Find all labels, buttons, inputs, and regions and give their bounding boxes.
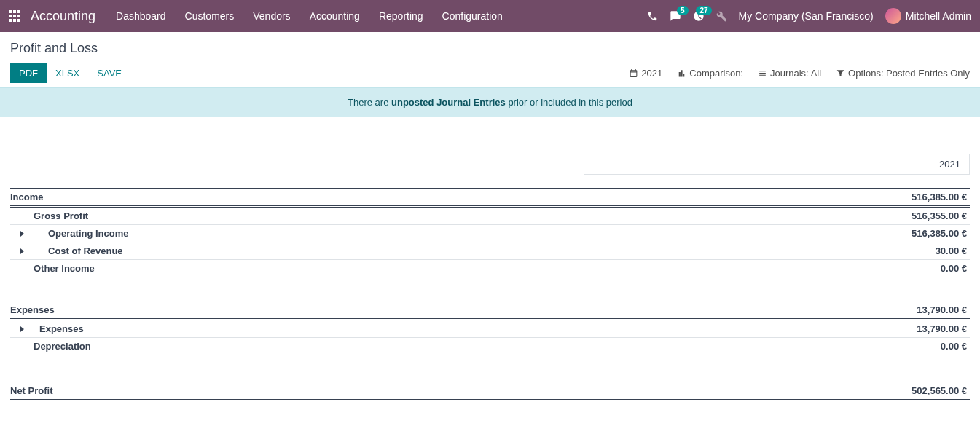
filter-year[interactable]: 2021 bbox=[629, 68, 662, 79]
filter-comparison[interactable]: Comparison: bbox=[677, 68, 743, 79]
user-menu[interactable]: Mitchell Admin bbox=[885, 8, 971, 24]
depreciation-row[interactable]: Depreciation 0.00 € bbox=[10, 338, 970, 355]
page-title: Profit and Loss bbox=[10, 41, 970, 56]
user-name: Mitchell Admin bbox=[906, 10, 971, 22]
expenses-child-row[interactable]: Expenses 13,790.00 € bbox=[10, 320, 970, 338]
messages-icon[interactable]: 5 bbox=[670, 10, 681, 22]
tools-icon[interactable] bbox=[716, 11, 727, 22]
filter-options[interactable]: Options: Posted Entries Only bbox=[836, 68, 970, 79]
apps-icon[interactable] bbox=[9, 10, 20, 22]
app-title[interactable]: Accounting bbox=[31, 9, 95, 24]
filter-journals[interactable]: Journals: All bbox=[758, 68, 821, 79]
menu-vendors[interactable]: Vendors bbox=[253, 10, 290, 22]
xlsx-button[interactable]: XLSX bbox=[47, 63, 88, 83]
column-header: 2021 bbox=[584, 154, 970, 175]
calendar-icon bbox=[629, 68, 638, 78]
income-section: Income 516,385.00 € Gross Profit 516,355… bbox=[10, 188, 970, 277]
cost-of-revenue-row[interactable]: Cost of Revenue 30.00 € bbox=[10, 242, 970, 260]
subheader: Profit and Loss PDF XLSX SAVE 2021 Compa… bbox=[0, 32, 980, 87]
activities-badge: 27 bbox=[696, 6, 711, 15]
expenses-total-row[interactable]: Expenses 13,790.00 € bbox=[10, 301, 970, 320]
expand-caret[interactable] bbox=[10, 228, 34, 239]
bar-chart-icon bbox=[677, 68, 686, 78]
report: 2021 Income 516,385.00 € Gross Profit 51… bbox=[0, 117, 980, 401]
expenses-section: Expenses 13,790.00 € Expenses 13,790.00 … bbox=[10, 301, 970, 355]
net-profit-row[interactable]: Net Profit 502,565.00 € bbox=[10, 382, 970, 401]
avatar bbox=[885, 8, 901, 24]
activities-icon[interactable]: 27 bbox=[693, 10, 705, 22]
nav-right: 5 27 My Company (San Francisco) Mitchell… bbox=[647, 8, 971, 24]
menu-accounting[interactable]: Accounting bbox=[310, 10, 360, 22]
menu-customers[interactable]: Customers bbox=[185, 10, 235, 22]
expand-caret[interactable] bbox=[10, 323, 34, 334]
company-selector[interactable]: My Company (San Francisco) bbox=[739, 10, 874, 22]
actions-row: PDF XLSX SAVE 2021 Comparison: Journals:… bbox=[10, 63, 970, 83]
phone-icon[interactable] bbox=[647, 11, 658, 22]
top-navbar: Accounting Dashboard Customers Vendors A… bbox=[0, 0, 980, 32]
filter-icon bbox=[836, 68, 845, 78]
menu-configuration[interactable]: Configuration bbox=[442, 10, 503, 22]
unposted-alert[interactable]: There are unposted Journal Entries prior… bbox=[0, 87, 980, 117]
gross-profit-row[interactable]: Gross Profit 516,355.00 € bbox=[10, 208, 970, 225]
income-total-row[interactable]: Income 516,385.00 € bbox=[10, 188, 970, 208]
menu-reporting[interactable]: Reporting bbox=[379, 10, 423, 22]
expand-caret[interactable] bbox=[10, 245, 34, 256]
messages-badge: 5 bbox=[677, 6, 689, 15]
filter-bar: 2021 Comparison: Journals: All Options: … bbox=[629, 68, 970, 79]
menu-dashboard[interactable]: Dashboard bbox=[116, 10, 166, 22]
operating-income-row[interactable]: Operating Income 516,385.00 € bbox=[10, 225, 970, 242]
main-menu: Dashboard Customers Vendors Accounting R… bbox=[116, 10, 503, 22]
other-income-row[interactable]: Other Income 0.00 € bbox=[10, 260, 970, 277]
book-icon bbox=[758, 68, 767, 78]
pdf-button[interactable]: PDF bbox=[10, 63, 47, 83]
save-button[interactable]: SAVE bbox=[88, 63, 130, 83]
